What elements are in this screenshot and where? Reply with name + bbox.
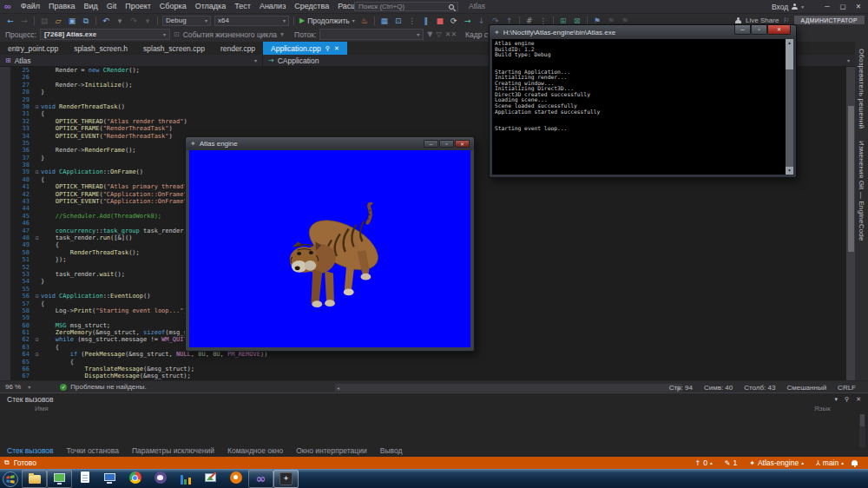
menu-item[interactable]: Проект <box>121 2 155 10</box>
maximize-button[interactable]: ▢ <box>835 0 851 13</box>
scroll-left-icon[interactable]: ◂ <box>337 385 339 391</box>
tool-tab[interactable]: Вывод <box>380 446 403 455</box>
render-maximize-button[interactable]: ▫ <box>439 140 454 148</box>
repository-button[interactable]: ✦ Atlas-engine ▴ <box>749 458 804 467</box>
console-window[interactable]: ✦ H:\Noctify\Atlas-engine\bin\Atlas.exe … <box>489 24 797 178</box>
menu-item[interactable]: Вид <box>79 2 102 10</box>
tool-tab[interactable]: Стек вызовов <box>7 446 54 455</box>
taskbar-installer[interactable] <box>173 470 198 488</box>
scroll-down-icon[interactable]: ▼ <box>786 167 793 175</box>
close-tab-icon[interactable]: ✕ <box>334 45 339 52</box>
panel-dropdown-icon[interactable]: ▾ <box>834 396 838 403</box>
project-dropdown[interactable]: ⊞ Atlas ▾ <box>0 55 263 66</box>
search-input[interactable]: Поиск (Ctrl+Q) <box>354 2 458 11</box>
fold-marker-icon[interactable]: ⊟ <box>33 351 41 358</box>
editor-vertical-scrollbar[interactable] <box>846 67 855 380</box>
taskbar-computer[interactable] <box>97 470 122 488</box>
menu-item[interactable]: Средства <box>290 2 333 10</box>
fold-marker-icon[interactable]: ⊟ <box>33 168 41 175</box>
scroll-up-icon[interactable]: ▲ <box>786 39 793 47</box>
console-maximize-button[interactable]: ▫ <box>751 25 767 35</box>
side-tool-tab[interactable]: Обозреватель решений <box>858 49 865 129</box>
close-button[interactable]: ✕ <box>851 0 866 13</box>
sign-in-button[interactable]: Вход ▾ <box>772 0 804 13</box>
code-health-indicator[interactable]: ✓ Проблемы не найдены. <box>60 383 146 391</box>
panel-scrollbar[interactable] <box>859 414 865 447</box>
line-indicator[interactable]: Стр: 94 <box>669 384 693 392</box>
restart-icon[interactable]: ⟳ <box>448 15 460 27</box>
nav-back-icon[interactable]: ← <box>4 15 16 27</box>
lifecycle-events-button[interactable]: События жизненного цикла <box>183 30 277 39</box>
undo-icon[interactable]: ↶ <box>100 15 112 27</box>
next-statement-icon[interactable]: → <box>462 15 474 27</box>
taskbar-visual-studio[interactable] <box>248 470 273 488</box>
platform-dropdown[interactable]: x64▾ <box>214 16 289 26</box>
config-dropdown[interactable]: Debug▾ <box>162 16 211 26</box>
editor-tab[interactable]: splash_screen.h <box>66 42 135 55</box>
editor-tab[interactable]: splash_screen.cpp <box>135 42 213 55</box>
fold-marker-icon[interactable]: ⊟ <box>33 293 41 300</box>
editor-tab[interactable]: render.cpp <box>213 42 263 55</box>
fold-marker-icon[interactable]: ⊟ <box>33 336 41 343</box>
taskbar-chrome[interactable] <box>122 470 148 488</box>
hot-reload-icon[interactable]: ♨ <box>358 15 371 27</box>
tool-tab[interactable]: Командное окно <box>227 446 283 455</box>
fold-marker-icon[interactable]: ⊟ <box>33 234 41 241</box>
render-close-button[interactable]: ✕ <box>455 140 470 148</box>
menu-item[interactable]: Файл <box>16 2 44 10</box>
editor-horizontal-scrollbar[interactable]: ◂ ▸ <box>335 384 682 392</box>
tool-tab[interactable]: Параметры исключений <box>132 446 214 455</box>
minimize-button[interactable]: ─ <box>819 0 835 13</box>
fold-marker-icon[interactable]: ⊟ <box>33 103 41 110</box>
thread-dropdown[interactable]: ▾ <box>319 29 424 40</box>
name-column-header[interactable]: Имя <box>35 405 49 412</box>
menu-item[interactable]: Сборка <box>155 2 191 10</box>
filter-funnel-icon[interactable]: ▼ <box>427 30 432 38</box>
live-share-button[interactable]: Live Share <box>746 16 779 24</box>
render-minimize-button[interactable]: ─ <box>424 140 438 148</box>
column-indicator[interactable]: Столб: 43 <box>744 384 775 392</box>
taskbar-blender[interactable] <box>223 470 248 488</box>
menu-item[interactable]: Отладка <box>191 2 231 10</box>
lifecycle-events-icon[interactable]: ⊡ <box>174 30 180 38</box>
scrollbar-thumb[interactable] <box>848 106 854 252</box>
taskbar-remote-app[interactable] <box>47 470 72 488</box>
step-into-icon[interactable]: ↓ <box>476 15 488 27</box>
taskbar-github[interactable] <box>148 470 173 488</box>
stop-icon[interactable]: ■ <box>434 15 446 27</box>
taskbar-explorer[interactable] <box>22 470 47 488</box>
start-button[interactable] <box>1 470 20 488</box>
console-minimize-button[interactable]: ─ <box>734 25 751 35</box>
tool-tab[interactable]: Окно интерпретации <box>296 446 366 455</box>
taskbar-notepad[interactable] <box>72 470 97 488</box>
filter-clear-icon[interactable]: ▽ <box>437 30 442 38</box>
restore-layout-icon[interactable]: ⧉ <box>4 458 10 467</box>
menu-item[interactable]: Тест <box>230 2 255 10</box>
branch-button[interactable]: ⅄ main ▴ <box>816 458 844 467</box>
notifications-bell-icon[interactable] <box>852 460 858 465</box>
editor-tab[interactable]: Application.cpp⚲✕ <box>263 42 347 55</box>
tool-tab[interactable]: Точки останова <box>67 446 119 455</box>
redo-icon[interactable]: ↷ <box>128 15 140 27</box>
taskbar-image-editor[interactable] <box>198 470 223 488</box>
screenshot-icon[interactable]: ⊡ <box>392 15 404 27</box>
panel-pin-icon[interactable]: ⚲ <box>845 396 849 403</box>
side-tool-tab[interactable]: Изменения Git — EngineCode <box>858 141 865 241</box>
panel-close-icon[interactable]: ✕ <box>856 396 861 403</box>
atlas-render-window[interactable]: ✦ Atlas engine ─▫✕ <box>185 136 475 352</box>
menu-item[interactable]: Анализ <box>255 2 290 10</box>
undo-caret-icon[interactable]: ▾ <box>114 15 126 27</box>
encoding-indicator[interactable]: Смешанный <box>786 384 826 392</box>
flag-threads-icon[interactable]: ✕✕ <box>445 30 457 38</box>
console-close-button[interactable]: ✕ <box>767 25 791 35</box>
zoom-dropdown[interactable]: 96 % ▾ <box>0 381 36 393</box>
pin-tab-icon[interactable]: ⚲ <box>326 45 330 52</box>
console-scrollbar[interactable]: ▲ ▼ <box>786 39 793 175</box>
break-all-icon[interactable]: ‖ <box>420 15 432 27</box>
language-column-header[interactable]: Язык <box>814 405 831 412</box>
apply-code-changes-icon[interactable]: ▦ <box>378 15 391 27</box>
save-icon[interactable]: ▣ <box>66 15 78 27</box>
save-all-icon[interactable]: ⧉ <box>80 15 92 27</box>
unsaved-changes-button[interactable]: ✎ 1 <box>725 458 737 467</box>
continue-button[interactable]: ▶Продолжить▾ <box>299 16 355 25</box>
